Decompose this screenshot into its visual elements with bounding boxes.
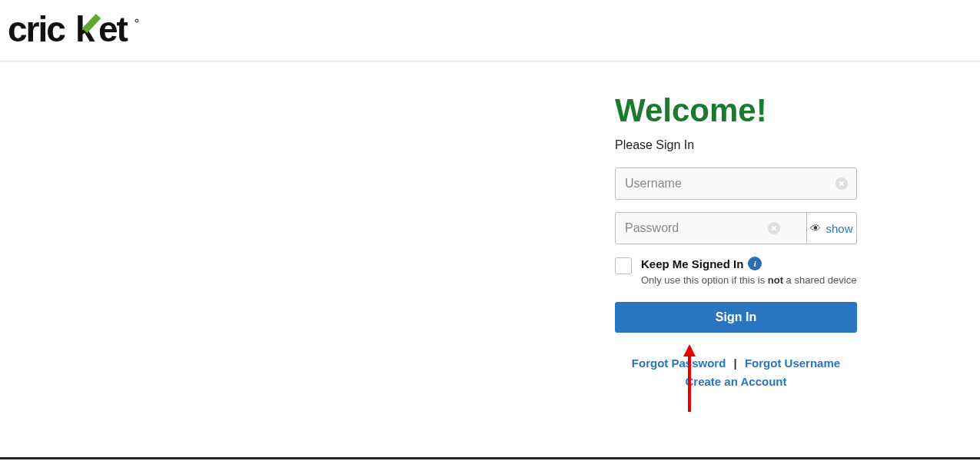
clear-icon[interactable] bbox=[835, 177, 848, 190]
page-subtitle: Please Sign In bbox=[615, 138, 857, 152]
signin-form: Welcome! Please Sign In 👁 show Keep Me S… bbox=[615, 92, 857, 391]
keep-signed-in-checkbox[interactable] bbox=[615, 257, 632, 274]
footer-divider bbox=[0, 457, 980, 459]
separator: | bbox=[734, 357, 737, 370]
signin-button[interactable]: Sign In bbox=[615, 302, 857, 333]
keep-signed-in-text: Keep Me Signed In i Only use this option… bbox=[641, 257, 857, 288]
clear-icon[interactable] bbox=[768, 222, 780, 234]
keep-signed-in-hint: Only use this option if this is not a sh… bbox=[641, 273, 857, 288]
links-row: Forgot Password | Forgot Username Create… bbox=[615, 354, 857, 391]
svg-text:et: et bbox=[98, 12, 128, 49]
show-password-label: show bbox=[826, 222, 852, 235]
forgot-username-link[interactable]: Forgot Username bbox=[745, 357, 840, 370]
keep-signed-in-row: Keep Me Signed In i Only use this option… bbox=[615, 257, 857, 288]
keep-signed-in-label: Keep Me Signed In i bbox=[641, 257, 857, 270]
info-icon[interactable]: i bbox=[748, 257, 762, 270]
forgot-password-link[interactable]: Forgot Password bbox=[632, 357, 726, 370]
brand-logo: cric k et bbox=[8, 12, 165, 49]
eye-icon: 👁 bbox=[810, 222, 821, 234]
page-title: Welcome! bbox=[615, 92, 857, 129]
username-input[interactable] bbox=[615, 167, 857, 200]
svg-point-3 bbox=[135, 19, 138, 22]
username-wrap bbox=[615, 167, 857, 200]
show-password-button[interactable]: 👁 show bbox=[807, 212, 857, 244]
main: Welcome! Please Sign In 👁 show Keep Me S… bbox=[0, 61, 980, 391]
svg-text:cric: cric bbox=[8, 12, 65, 49]
header: cric k et bbox=[0, 0, 980, 61]
create-account-link[interactable]: Create an Account bbox=[686, 375, 787, 388]
password-wrap: 👁 show bbox=[615, 212, 857, 244]
